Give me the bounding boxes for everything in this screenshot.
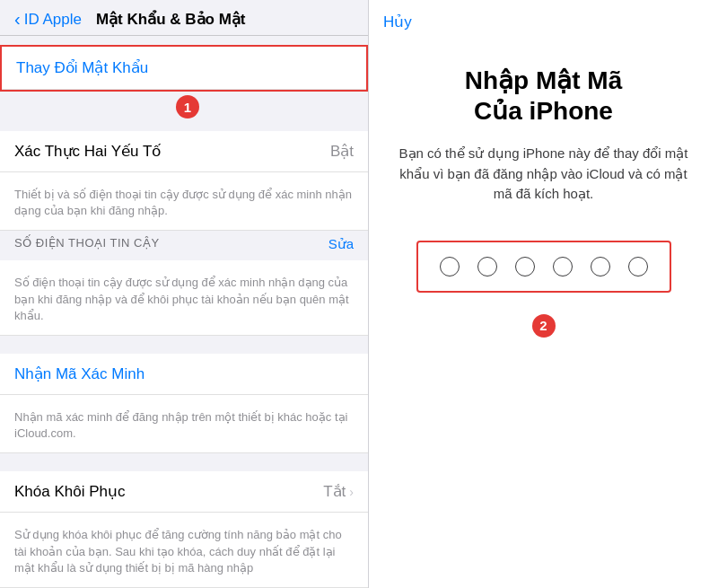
passcode-circle-6 [628, 257, 648, 276]
left-panel: ‹ ID Apple Mật Khẩu & Bảo Mật Thay Đổi M… [0, 0, 368, 588]
passcode-circle-1 [440, 257, 460, 276]
divider-1 [0, 336, 368, 345]
verification-section: Nhận Mã Xác Minh Nhận mã xác minh để đăn… [0, 354, 368, 453]
badge-1: 1 [176, 95, 199, 118]
right-title-text: Nhập Mật MãCủa iPhone [465, 66, 623, 125]
trusted-phone-action[interactable]: Sửa [328, 236, 354, 252]
two-factor-section: Xác Thực Hai Yếu Tố Bật Thiết bị và số đ… [0, 131, 368, 231]
settings-content: Thay Đổi Mật Khẩu 1 Xác Thực Hai Yếu Tố … [0, 36, 368, 588]
recovery-row[interactable]: Khóa Khôi Phục Tắt › [0, 471, 368, 513]
recovery-description: Sử dụng khóa khôi phục để tăng cường tín… [14, 527, 354, 576]
verification-row[interactable]: Nhận Mã Xác Minh [0, 354, 368, 395]
passcode-circle-5 [591, 257, 610, 276]
badge-2: 2 [532, 314, 556, 338]
verification-description-row: Nhận mã xác minh để đăng nhập trên một t… [0, 395, 368, 453]
two-factor-label: Xác Thực Hai Yếu Tố [14, 142, 161, 161]
change-password-section: Thay Đổi Mật Khẩu [0, 45, 368, 92]
back-label: ID Apple [24, 11, 82, 29]
back-chevron-icon: ‹ [14, 9, 21, 30]
two-factor-value: Bật [330, 142, 354, 161]
change-password-label: Thay Đổi Mật Khẩu [16, 59, 148, 76]
cancel-button[interactable]: Hủy [383, 13, 412, 31]
page-title: Mật Khẩu & Bảo Mật [96, 10, 246, 29]
right-content: Nhập Mật MãCủa iPhone Bạn có thể sử dụng… [369, 39, 718, 588]
two-factor-description: Thiết bị và số điện thoại tin cậy được s… [14, 187, 354, 219]
two-factor-description-row: Thiết bị và số điện thoại tin cậy được s… [0, 172, 368, 231]
passcode-circle-4 [553, 257, 573, 276]
passcode-input-area[interactable] [416, 241, 671, 293]
trusted-phone-header-label: SỐ ĐIỆN THOẠI TIN CẬY [14, 236, 160, 250]
trusted-phone-section: Số điện thoại tin cậy được sử dụng để xá… [0, 260, 368, 336]
trusted-phone-header: SỐ ĐIỆN THOẠI TIN CẬY Sửa [0, 231, 368, 251]
recovery-section: Khóa Khôi Phục Tắt › Sử dụng khóa khôi p… [0, 471, 368, 588]
recovery-chevron-icon: › [349, 485, 354, 499]
recovery-value: Tắt [323, 482, 346, 501]
recovery-description-row: Sử dụng khóa khôi phục để tăng cường tín… [0, 513, 368, 588]
divider-2 [0, 453, 368, 462]
right-title: Nhập Mật MãCủa iPhone [465, 66, 623, 126]
passcode-circle-2 [477, 257, 497, 276]
trusted-phone-description-row: Số điện thoại tin cậy được sử dụng để xá… [0, 260, 368, 336]
nav-bar: ‹ ID Apple Mật Khẩu & Bảo Mật [0, 0, 368, 36]
verification-description: Nhận mã xác minh để đăng nhập trên một t… [14, 409, 354, 442]
right-nav-bar: Hủy [369, 0, 718, 39]
right-panel: Hủy Nhập Mật MãCủa iPhone Bạn có thể sử … [368, 0, 718, 588]
back-button[interactable]: ‹ ID Apple [14, 9, 82, 30]
verification-label: Nhận Mã Xác Minh [14, 364, 354, 383]
right-description: Bạn có thể sử dụng iPhone này để thay đổ… [396, 144, 691, 205]
passcode-circle-3 [515, 257, 535, 276]
two-factor-row[interactable]: Xác Thực Hai Yếu Tố Bật [0, 131, 368, 172]
recovery-label: Khóa Khôi Phục [14, 482, 125, 501]
trusted-phone-description: Số điện thoại tin cậy được sử dụng để xá… [14, 275, 354, 324]
change-password-row[interactable]: Thay Đổi Mật Khẩu [2, 47, 366, 90]
